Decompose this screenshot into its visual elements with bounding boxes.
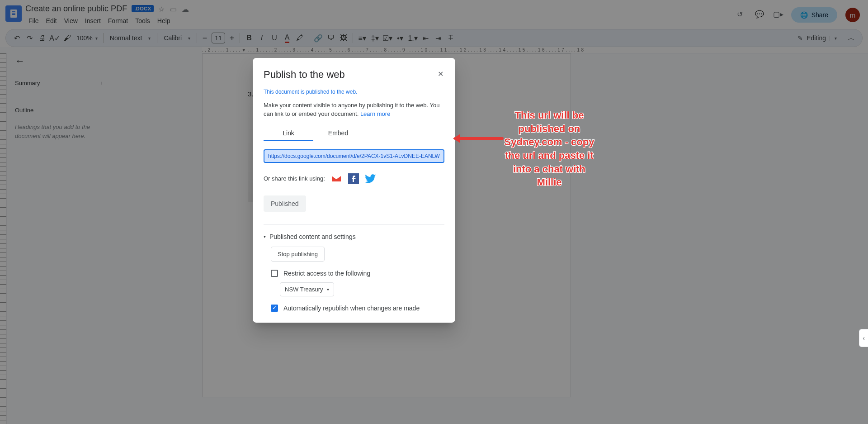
close-outline-button[interactable]: ← [15,55,104,67]
font-value: Calibri [164,34,182,42]
facebook-icon[interactable] [348,173,359,185]
stop-publishing-button[interactable]: Stop publishing [271,247,325,262]
spellcheck-button[interactable]: A✓ [48,32,61,44]
title-bar: Create an online public PDF .DOCX ☆ ▭ ☁ … [0,0,868,29]
published-url-input[interactable] [264,149,444,163]
menu-format[interactable]: Format [105,15,131,26]
published-status: This document is published to the web. [264,89,444,95]
pencil-icon: ✎ [797,34,803,42]
paragraph-style-select[interactable]: Normal text ▾ [106,34,155,42]
settings-label: Published content and settings [269,233,356,240]
cloud-icon[interactable]: ☁ [182,5,189,12]
dialog-title: Publish to the web [264,69,345,81]
horizontal-ruler[interactable]: ..2.....1....▼...1.....2.....3.....4....… [202,47,868,53]
align-button[interactable]: ≡▾ [356,32,368,44]
comments-icon[interactable]: 💬 [755,10,765,20]
text-color-button[interactable]: A [281,32,293,44]
learn-more-link[interactable]: Learn more [360,110,390,117]
checklist-button[interactable]: ☑▾ [381,32,394,44]
restrict-checkbox[interactable] [271,270,278,277]
editing-mode-button[interactable]: ✎ Editing ▾ [793,34,841,42]
docs-logo[interactable] [5,5,22,22]
add-comment-button[interactable]: 🗨 [325,32,337,44]
published-settings-toggle[interactable]: ▾ Published content and settings [264,233,444,240]
caret-down-icon: ▾ [95,36,98,41]
menu-tools[interactable]: Tools [132,15,153,26]
caret-down-icon: ▾ [327,287,329,292]
published-button[interactable]: Published [264,195,306,212]
bold-button[interactable]: B [243,32,255,44]
close-dialog-button[interactable]: ✕ [437,69,444,79]
annotation-arrow [449,133,504,143]
paint-format-button[interactable]: 🖌 [61,32,74,44]
restrict-domain-select[interactable]: NSW Treasury ▾ [280,282,334,296]
gmail-icon[interactable] [330,173,342,185]
editing-label: Editing [807,34,826,42]
tab-link[interactable]: Link [264,129,313,141]
globe-icon: 🌐 [800,11,808,19]
toolbar: ↶ ↷ 🖨 A✓ 🖌 100% ▾ Normal text ▾ Calibri … [5,29,863,47]
decrease-indent-button[interactable]: ⇤ [419,32,432,44]
docx-badge: .DOCX [132,5,154,12]
menu-bar: File Edit View Insert Format Tools Help [25,15,189,26]
undo-button[interactable]: ↶ [10,32,23,44]
italic-button[interactable]: I [255,32,268,44]
menu-insert[interactable]: Insert [82,15,104,26]
triangle-down-icon: ▾ [264,234,266,239]
restrict-domain-value: NSW Treasury [285,286,323,293]
outline-heading: Outline [15,107,104,114]
star-icon[interactable]: ☆ [158,5,165,12]
caret-down-icon: ▾ [148,36,151,41]
auto-republish-checkbox[interactable] [271,305,278,312]
document-name-row: Create an online public PDF .DOCX ☆ ▭ ☁ [25,4,189,14]
twitter-icon[interactable] [365,173,377,185]
annotation-text: This url will be published on Sydney.com… [502,109,597,189]
insert-link-button[interactable]: 🔗 [312,32,325,44]
menu-view[interactable]: View [61,15,81,26]
font-size-control: − 11 + [200,33,237,43]
account-avatar[interactable]: m [845,8,860,22]
font-size-input[interactable]: 11 [212,33,225,43]
highlight-button[interactable]: 🖍 [293,32,306,44]
dialog-description: Make your content visible to anyone by p… [264,101,444,119]
share-label: Share [811,11,828,19]
share-using-label: Or share this link using: [264,175,325,182]
add-summary-button[interactable]: + [100,80,104,86]
caret-down-icon: ▾ [830,36,837,41]
caret-down-icon: ▾ [188,36,190,41]
menu-help[interactable]: Help [154,15,174,26]
move-icon[interactable]: ▭ [170,5,177,12]
clear-formatting-button[interactable]: T [444,32,457,44]
menu-edit[interactable]: Edit [43,15,60,26]
underline-button[interactable]: U [268,32,281,44]
numbered-list-button[interactable]: 1.▾ [406,32,419,44]
font-family-select[interactable]: Calibri ▾ [160,34,194,42]
redo-button[interactable]: ↷ [23,32,36,44]
outline-panel: ← Summary + Outline Headings that you ad… [7,47,112,424]
print-button[interactable]: 🖨 [36,32,48,44]
insert-image-button[interactable]: 🖼 [337,32,350,44]
zoom-select[interactable]: 100% ▾ [74,34,100,42]
text-cursor [248,226,248,235]
line-spacing-button[interactable]: ‡▾ [368,32,381,44]
publish-dialog: Publish to the web ✕ This document is pu… [253,58,455,323]
vertical-ruler [0,53,7,424]
tab-embed[interactable]: Embed [313,129,363,141]
outline-hint: Headings that you add to the document wi… [15,123,104,140]
increase-font-button[interactable]: + [227,33,237,43]
increase-indent-button[interactable]: ⇥ [432,32,444,44]
share-button[interactable]: 🌐 Share [791,7,837,23]
auto-republish-label: Automatically republish when changes are… [283,305,420,312]
history-icon[interactable]: ↺ [737,10,747,20]
document-title[interactable]: Create an online public PDF [25,4,127,14]
style-value: Normal text [110,34,142,42]
menu-file[interactable]: File [25,15,42,26]
meet-icon[interactable]: ▢▸ [773,10,783,20]
restrict-label: Restrict access to the following [283,270,370,277]
side-panel-toggle[interactable]: ‹ [859,329,868,347]
hide-menus-button[interactable]: ︿ [845,32,858,44]
bulleted-list-button[interactable]: •▾ [394,32,406,44]
decrease-font-button[interactable]: − [200,33,210,43]
summary-heading: Summary [15,80,40,86]
zoom-value: 100% [76,34,93,42]
